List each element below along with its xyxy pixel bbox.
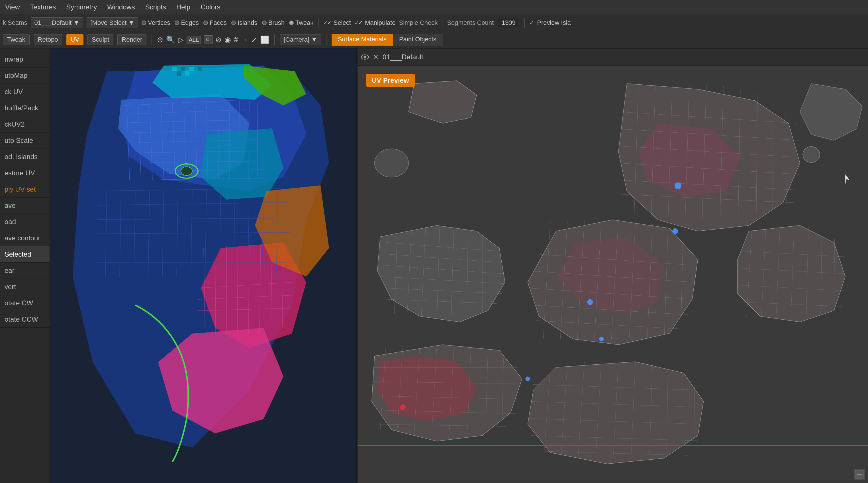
sphere-icon[interactable]: ◉ <box>224 35 231 44</box>
toolbar-sep-5 <box>274 34 275 45</box>
svg-point-106 <box>587 300 593 305</box>
transform-icon[interactable]: ▷ <box>178 35 184 44</box>
retopo-btn[interactable]: Retopo <box>34 34 62 45</box>
uv-preview-area[interactable]: UV Preview <box>358 65 868 483</box>
uv-preview-label: UV Preview <box>366 74 415 87</box>
edges-radio-dot <box>175 21 179 25</box>
preview-isla-checkbox[interactable]: ✓ Preview Isla <box>529 19 571 27</box>
menu-scripts[interactable]: Scripts <box>143 2 168 12</box>
left-item-mod-islands[interactable]: od. Islands <box>0 149 50 165</box>
default-dropdown[interactable]: 01___Default ▼ <box>31 18 84 28</box>
svg-point-91 <box>675 182 681 189</box>
seams-label: k Seams <box>3 19 27 27</box>
count-input[interactable] <box>497 18 520 28</box>
pen-icon[interactable]: ✏ <box>204 35 213 44</box>
viewport-3d[interactable] <box>50 49 358 483</box>
visibility-eye-icon[interactable] <box>361 54 369 60</box>
left-item-clear[interactable]: ear <box>0 263 50 279</box>
svg-rect-55 <box>172 67 177 71</box>
render-btn[interactable]: Render <box>117 34 147 45</box>
brush-radio[interactable]: Brush <box>262 19 285 27</box>
move-select-dropdown[interactable]: [Move Select ▼ <box>87 18 138 28</box>
scroll-handle[interactable] <box>854 469 865 480</box>
islands-radio[interactable]: Islands <box>231 19 257 27</box>
left-item-invert[interactable]: vert <box>0 279 50 295</box>
left-panel: nwrap utoMap ck UV huffle/Pack ckUV2 uto… <box>0 49 50 483</box>
left-item-rotate-cw[interactable]: otate CW <box>0 295 50 311</box>
bottom-green-line <box>358 445 868 446</box>
menu-bar: View Textures Symmetry Windows Scripts H… <box>0 0 868 14</box>
left-item-selected[interactable]: Selected <box>0 246 50 263</box>
svg-point-54 <box>181 167 192 175</box>
left-item-auto-scale[interactable]: uto Scale <box>0 133 50 149</box>
grid-icon[interactable]: # <box>234 35 238 44</box>
preview-isla-check-mark: ✓ <box>529 19 534 26</box>
simple-check-label: Simple Check <box>399 19 438 27</box>
toolbar-sep-6 <box>326 34 327 45</box>
dragon-mesh-svg <box>50 49 358 483</box>
manipulate-checkbox[interactable]: ✓ ✓ Manipulate <box>354 19 396 27</box>
all-icon[interactable]: ALL <box>187 36 201 44</box>
faces-radio[interactable]: Faces <box>204 19 227 27</box>
toolbar-sep-4 <box>152 34 152 45</box>
mode-radio-group: Vertices Edges Faces Islands Brush Tweak <box>142 19 313 27</box>
wrap-icon[interactable]: ⬜ <box>260 35 269 44</box>
left-item-unwrap[interactable]: nwrap <box>0 51 50 67</box>
left-item-load[interactable]: oad <box>0 214 50 230</box>
svg-rect-57 <box>177 71 181 76</box>
tweak-radio-dot <box>289 21 294 25</box>
left-item-automap[interactable]: utoMap <box>0 67 50 84</box>
menu-windows[interactable]: Windows <box>105 2 137 12</box>
left-item-packuv2[interactable]: ckUV2 <box>0 116 50 133</box>
faces-radio-dot <box>204 21 208 25</box>
left-item-restore-uv[interactable]: estore UV <box>0 165 50 181</box>
menu-symmetry[interactable]: Symmetry <box>64 2 99 12</box>
material-tabs: Surface Materials Paint Objects <box>332 34 443 46</box>
svg-point-107 <box>375 149 408 177</box>
brush-radio-dot <box>262 21 267 25</box>
toolbar-sep-2 <box>442 18 442 28</box>
rotate-icon[interactable]: 🔍 <box>166 35 175 44</box>
left-item-check-uv[interactable]: ck UV <box>0 84 50 100</box>
material-close-icon[interactable]: ✕ <box>373 53 379 61</box>
no-icon[interactable]: ⊘ <box>215 35 222 44</box>
segments-label: Segments Count <box>447 19 494 27</box>
vertices-radio[interactable]: Vertices <box>142 19 170 27</box>
left-item-save[interactable]: ave <box>0 198 50 214</box>
arrow-icon[interactable]: → <box>241 35 248 44</box>
svg-point-151 <box>525 376 530 381</box>
edges-radio[interactable]: Edges <box>175 19 198 27</box>
tweak-btn[interactable]: Tweak <box>3 34 30 45</box>
camera-dropdown[interactable]: [Camera] ▼ <box>280 34 321 45</box>
tweak-radio[interactable]: Tweak <box>289 19 314 27</box>
left-item-rotate-ccw[interactable]: otate CCW <box>0 311 50 328</box>
move-icon[interactable]: ⊕ <box>157 35 163 44</box>
toolbar-row1: k Seams 01___Default ▼ [Move Select ▼ Ve… <box>0 14 868 31</box>
svg-rect-56 <box>181 67 185 71</box>
scale-icon[interactable]: ⤢ <box>251 35 257 44</box>
menu-view[interactable]: View <box>3 2 22 12</box>
menu-help[interactable]: Help <box>174 2 193 12</box>
svg-point-148 <box>803 147 820 163</box>
toolbar-sep-3 <box>524 18 525 28</box>
uv-btn[interactable]: UV <box>66 34 84 45</box>
select-checkbox[interactable]: ✓ ✓ Select <box>323 19 351 27</box>
toolbar-row2: Tweak Retopo UV Sculpt Render ⊕ 🔍 ▷ ALL … <box>0 31 868 49</box>
left-item-save-contour[interactable]: ave contour <box>0 230 50 246</box>
menu-textures[interactable]: Textures <box>28 2 58 12</box>
panel-separator <box>356 49 358 483</box>
left-item-apply-uv-set[interactable]: ply UV-set <box>0 181 50 198</box>
tab-paint-objects[interactable]: Paint Objects <box>393 34 443 46</box>
svg-rect-59 <box>189 67 194 71</box>
svg-point-132 <box>400 404 406 410</box>
vertices-radio-dot <box>142 21 146 25</box>
right-topbar: ✕ 01___Default <box>358 49 868 65</box>
svg-point-149 <box>672 228 678 234</box>
left-item-shuffle-pack[interactable]: huffle/Pack <box>0 100 50 116</box>
uv-islands-svg <box>358 65 868 483</box>
sculpt-btn[interactable]: Sculpt <box>88 34 113 45</box>
svg-point-150 <box>599 337 603 341</box>
menu-colors[interactable]: Colors <box>198 2 222 12</box>
tab-surface-materials[interactable]: Surface Materials <box>332 34 393 46</box>
svg-line-20 <box>239 101 239 180</box>
